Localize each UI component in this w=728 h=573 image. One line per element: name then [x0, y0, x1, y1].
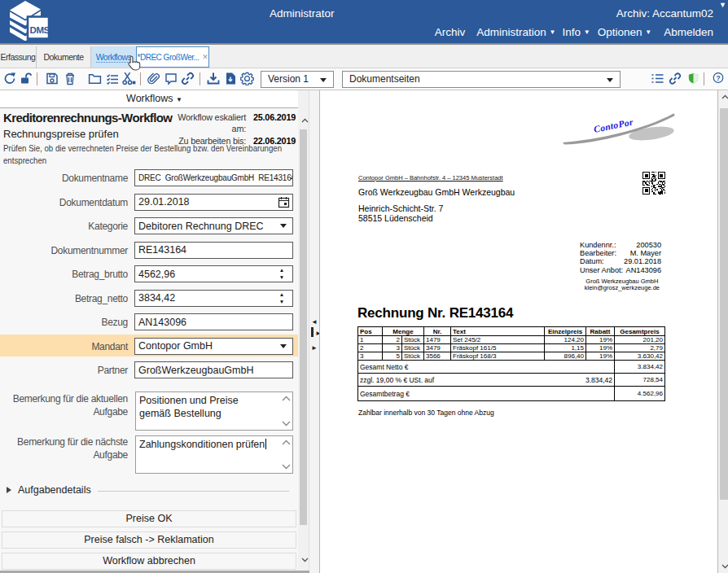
svg-text:DMS: DMS	[30, 25, 50, 35]
svg-text:?: ?	[716, 74, 720, 82]
